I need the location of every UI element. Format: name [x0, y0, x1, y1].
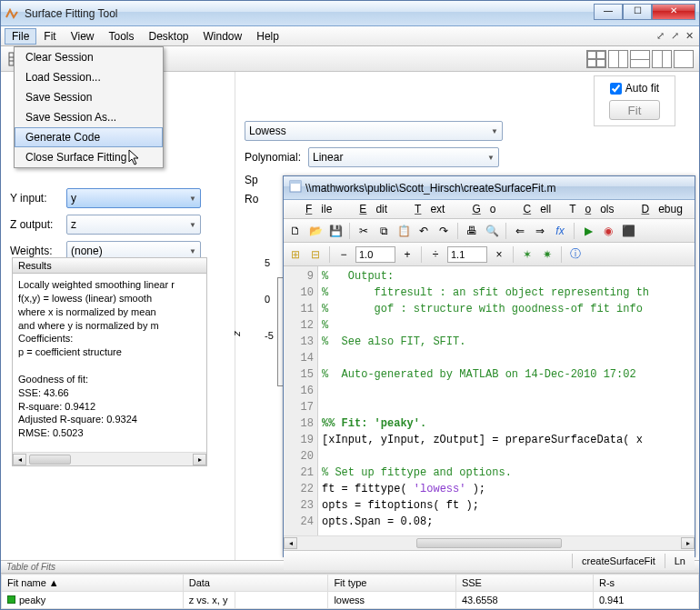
span-label: Sp — [245, 174, 258, 186]
multiply-value-input[interactable] — [447, 246, 487, 263]
divide-icon[interactable]: ÷ — [427, 246, 444, 263]
menu-view[interactable]: View — [64, 28, 102, 45]
fit-status-icon — [7, 595, 15, 604]
back-icon[interactable]: ⇐ — [512, 223, 528, 239]
cut-icon[interactable]: ✂ — [355, 223, 372, 239]
results-hscrollbar[interactable]: ◂ ▸ — [13, 452, 206, 465]
info-icon[interactable]: ⓘ — [567, 246, 584, 263]
y-input-dropdown[interactable]: y▼ — [66, 188, 201, 208]
menu-save-session[interactable]: Save Session — [15, 87, 163, 107]
menu-help[interactable]: Help — [249, 28, 286, 45]
weights-label: Weights: — [10, 245, 59, 257]
layout-quad-button[interactable] — [586, 50, 606, 68]
times-icon[interactable]: × — [491, 246, 507, 263]
y-input-label: Y input: — [10, 192, 59, 205]
scroll-thumb[interactable] — [29, 455, 71, 465]
breakpoint-icon[interactable]: ◉ — [600, 223, 616, 239]
editor-toolbar-1: 🗋 📂 💾 ✂ ⧉ 📋 ↶ ↷ 🖶 🔍 ⇐ ⇒ fx ▶ ◉ ⬛ — [284, 219, 695, 243]
menu-clear-session[interactable]: Clear Session — [15, 47, 163, 67]
menu-tools[interactable]: Tools — [101, 28, 141, 45]
scroll-right-icon[interactable]: ▸ — [193, 454, 206, 465]
redo-icon[interactable]: ↷ — [435, 223, 452, 239]
run-icon[interactable]: ▶ — [580, 223, 596, 239]
ed-menu-desktop[interactable]: Desktop — [692, 201, 700, 217]
plus-icon[interactable]: + — [399, 246, 415, 263]
scroll-left-icon[interactable]: ◂ — [13, 454, 26, 465]
minus-icon[interactable]: − — [335, 246, 352, 263]
col-data[interactable]: Data — [183, 575, 328, 592]
print-icon[interactable]: 🖶 — [464, 223, 480, 239]
maximize-button[interactable]: ☐ — [623, 4, 652, 20]
z-output-dropdown[interactable]: z▼ — [66, 215, 201, 235]
new-file-icon[interactable]: 🗋 — [287, 223, 304, 239]
layout-hsplit-button[interactable] — [630, 50, 650, 68]
menu-save-session-as[interactable]: Save Session As... — [15, 107, 163, 127]
undo-icon[interactable]: ↶ — [415, 223, 432, 239]
chevron-down-icon: ▼ — [491, 127, 498, 135]
z-output-label: Z output: — [10, 218, 59, 231]
scroll-left-icon[interactable]: ◂ — [284, 537, 297, 549]
menu-desktop[interactable]: Desktop — [142, 28, 196, 45]
increment-value-input[interactable] — [355, 246, 395, 263]
paste-icon[interactable]: 📋 — [395, 223, 412, 239]
menubar: File Fit View Tools Desktop Window Help … — [1, 26, 699, 46]
close-button[interactable]: ✕ — [652, 4, 695, 20]
col-sse[interactable]: SSE — [455, 575, 593, 592]
fit-button[interactable]: Fit — [609, 100, 660, 120]
scroll-right-icon[interactable]: ▸ — [681, 537, 695, 549]
method-dropdown[interactable]: Lowess▼ — [245, 121, 503, 141]
scroll-thumb[interactable] — [416, 538, 562, 548]
sparkle2-icon[interactable]: ✷ — [539, 246, 555, 263]
ed-menu-text[interactable]: Text — [396, 201, 454, 217]
sparkle-icon[interactable]: ✶ — [519, 246, 535, 263]
function-icon[interactable]: fx — [552, 223, 568, 239]
menu-load-session[interactable]: Load Session... — [15, 67, 163, 87]
layout-single-button[interactable] — [674, 50, 694, 68]
window-buttons: — ☐ ✕ — [594, 7, 695, 20]
editor-toolbar-2: ⊞ ⊟ − + ÷ × ✶ ✷ ⓘ — [284, 243, 695, 266]
editor-statusbar: createSurfaceFit Ln — [284, 550, 695, 570]
save-icon[interactable]: 💾 — [327, 223, 344, 239]
menu-generate-code[interactable]: Generate Code — [15, 127, 163, 147]
ed-menu-tools[interactable]: Tools — [560, 201, 623, 217]
ed-menu-go[interactable]: Go — [454, 201, 505, 217]
code-area[interactable]: 9101112131415161718192021222324 % Output… — [284, 266, 695, 535]
results-header: Results — [13, 258, 206, 274]
menu-file[interactable]: File — [5, 28, 36, 45]
table-row[interactable]: peaky z vs. x, y lowess 43.6558 0.941 — [2, 592, 699, 609]
autofit-checkbox[interactable]: Auto fit — [604, 82, 665, 95]
forward-icon[interactable]: ⇒ — [532, 223, 548, 239]
minimize-button[interactable]: — — [594, 4, 623, 20]
find-icon[interactable]: 🔍 — [484, 223, 500, 239]
menu-window[interactable]: Window — [196, 28, 250, 45]
cell-add-icon[interactable]: ⊞ — [287, 246, 304, 263]
ed-menu-cell[interactable]: Cell — [505, 201, 560, 217]
layout-vsplit-button[interactable] — [608, 50, 628, 68]
copy-icon[interactable]: ⧉ — [375, 223, 392, 239]
matlab-icon — [5, 8, 19, 19]
col-fitname[interactable]: Fit name ▲ — [2, 575, 184, 592]
stop-icon[interactable]: ⬛ — [620, 223, 636, 239]
menu-fit[interactable]: Fit — [36, 28, 63, 45]
layout-leftpanel-button[interactable] — [652, 50, 672, 68]
robust-label: Ro — [245, 193, 258, 205]
cell-remove-icon[interactable]: ⊟ — [307, 246, 324, 263]
editor-window: \\mathworks\public\Scott_Hirsch\createSu… — [283, 175, 695, 557]
editor-titlebar[interactable]: \\mathworks\public\Scott_Hirsch\createSu… — [284, 176, 695, 200]
dock-controls[interactable]: ⤢ ↗ ✕ — [656, 30, 695, 42]
ed-menu-debug[interactable]: Debug — [624, 201, 692, 217]
menu-close-surface-fitting[interactable]: Close Surface Fitting — [15, 147, 163, 167]
code-text[interactable]: % Output:% fitresult : an sfit object re… — [318, 266, 695, 535]
ed-menu-edit[interactable]: Edit — [341, 201, 396, 217]
editor-menubar: File Edit Text Go Cell Tools Debug Deskt… — [284, 200, 695, 219]
polynomial-dropdown[interactable]: Linear▼ — [308, 147, 499, 167]
col-r[interactable]: R-s — [593, 575, 698, 592]
editor-hscrollbar[interactable]: ◂ ▸ — [284, 535, 695, 550]
chevron-down-icon: ▼ — [189, 195, 196, 203]
chevron-down-icon: ▼ — [189, 221, 196, 229]
ed-menu-file[interactable]: File — [287, 201, 341, 217]
open-file-icon[interactable]: 📂 — [307, 223, 324, 239]
col-fittype[interactable]: Fit type — [328, 575, 456, 592]
window-title: Surface Fitting Tool — [25, 7, 594, 20]
results-panel: Results Locally weighted smoothing linea… — [12, 257, 207, 466]
